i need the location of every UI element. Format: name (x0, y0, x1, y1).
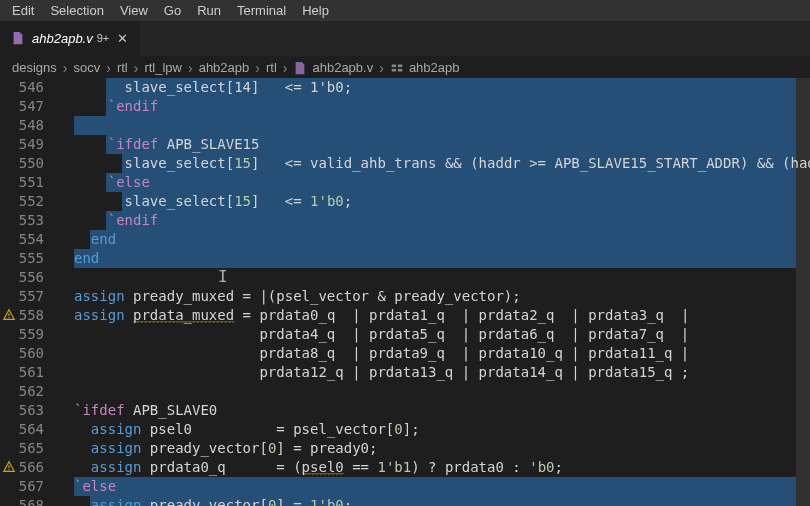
code-line[interactable] (74, 116, 810, 135)
code-line[interactable]: prdata12_q | prdata13_q | prdata14_q | p… (74, 363, 810, 382)
breadcrumb-segment[interactable]: designs (12, 60, 57, 75)
breadcrumb-segment[interactable]: ahb2apb.v (312, 60, 373, 75)
menu-go[interactable]: Go (156, 1, 189, 20)
svg-rect-6 (8, 465, 9, 468)
code-line[interactable]: I (74, 268, 810, 287)
line-number: 563 (0, 401, 62, 420)
line-number: 551 (0, 173, 62, 192)
symbol-icon (390, 59, 407, 75)
chevron-right-icon: › (251, 60, 264, 76)
code-line[interactable]: end (74, 230, 810, 249)
menu-bar: EditSelectionViewGoRunTerminalHelp (0, 0, 810, 21)
line-number: 548 (0, 116, 62, 135)
code-line[interactable]: `else (74, 477, 810, 496)
code-line[interactable]: assign psel0 = psel_vector[0]; (74, 420, 810, 439)
line-number: 567 (0, 477, 62, 496)
svg-rect-4 (8, 313, 9, 316)
line-number: 564 (0, 420, 62, 439)
svg-rect-5 (8, 317, 9, 318)
menu-help[interactable]: Help (294, 1, 337, 20)
svg-rect-7 (8, 469, 9, 470)
tab-title: ahb2apb.v (32, 31, 93, 46)
svg-rect-0 (392, 64, 396, 67)
code-line[interactable]: assign prdata_muxed = prdata0_q | prdata… (74, 306, 810, 325)
line-number: 555 (0, 249, 62, 268)
editor-tab[interactable]: ahb2apb.v 9+ ✕ (0, 21, 140, 56)
line-number: 561 (0, 363, 62, 382)
chevron-right-icon: › (279, 60, 292, 76)
breadcrumb-segment[interactable]: socv (73, 60, 100, 75)
line-number: 559 (0, 325, 62, 344)
code-area[interactable]: slave_select[14] <= 1'b0; `endif `ifdef … (66, 78, 810, 506)
code-line[interactable]: assign pready_muxed = |(psel_vector & pr… (74, 287, 810, 306)
code-line[interactable]: assign pready_vector[0] = 1'b0; (74, 496, 810, 506)
code-line[interactable]: `ifdef APB_SLAVE15 (74, 135, 810, 154)
menu-edit[interactable]: Edit (4, 1, 42, 20)
menu-run[interactable]: Run (189, 1, 229, 20)
code-line[interactable]: `else (74, 173, 810, 192)
code-line[interactable]: assign pready_vector[0] = pready0; (74, 439, 810, 458)
code-line[interactable]: end (74, 249, 810, 268)
line-gutter: 5465475485495505515525535545555565575585… (0, 78, 66, 506)
line-number: 568 (0, 496, 62, 506)
line-number: 552 (0, 192, 62, 211)
line-number: 562 (0, 382, 62, 401)
line-number: 554 (0, 230, 62, 249)
code-line[interactable]: slave_select[15] <= 1'b0; (74, 192, 810, 211)
code-line[interactable]: prdata4_q | prdata5_q | prdata6_q | prda… (74, 325, 810, 344)
breadcrumb-segment[interactable]: ahb2apb (199, 60, 250, 75)
code-editor[interactable]: 5465475485495505515525535545555565575585… (0, 78, 810, 506)
line-number: 553 (0, 211, 62, 230)
code-line[interactable]: assign prdata0_q = (psel0 == 1'b1) ? prd… (74, 458, 810, 477)
chevron-right-icon: › (102, 60, 115, 76)
breadcrumb-segment[interactable]: rtl (266, 60, 277, 75)
breadcrumb[interactable]: designs›socv›rtl›rtl_lpw›ahb2apb›rtl›ahb… (0, 56, 810, 78)
line-number: 566 (0, 458, 62, 477)
line-number: 558 (0, 306, 62, 325)
code-line[interactable]: `endif (74, 97, 810, 116)
line-number: 557 (0, 287, 62, 306)
svg-rect-1 (398, 64, 402, 67)
line-number: 565 (0, 439, 62, 458)
line-number: 550 (0, 154, 62, 173)
code-line[interactable]: prdata8_q | prdata9_q | prdata10_q | prd… (74, 344, 810, 363)
tab-bar: ahb2apb.v 9+ ✕ (0, 21, 810, 56)
breadcrumb-segment[interactable]: rtl (117, 60, 128, 75)
tab-modified-indicator: 9+ (97, 32, 110, 44)
line-number: 546 (0, 78, 62, 97)
code-line[interactable]: `endif (74, 211, 810, 230)
close-icon[interactable]: ✕ (115, 31, 130, 46)
breadcrumb-segment[interactable]: ahb2apb (409, 60, 460, 75)
code-line[interactable]: slave_select[14] <= 1'b0; (74, 78, 810, 97)
line-number: 560 (0, 344, 62, 363)
code-line[interactable] (74, 382, 810, 401)
line-number: 547 (0, 97, 62, 116)
menu-terminal[interactable]: Terminal (229, 1, 294, 20)
code-line[interactable]: slave_select[15] <= valid_ahb_trans && (… (74, 154, 810, 173)
menu-view[interactable]: View (112, 1, 156, 20)
minimap[interactable] (796, 78, 810, 506)
file-icon (10, 30, 26, 46)
svg-rect-3 (398, 69, 402, 72)
chevron-right-icon: › (375, 60, 388, 76)
chevron-right-icon: › (59, 60, 72, 76)
file-icon (293, 59, 310, 75)
line-number: 556 (0, 268, 62, 287)
chevron-right-icon: › (130, 60, 143, 76)
code-line[interactable]: `ifdef APB_SLAVE0 (74, 401, 810, 420)
svg-rect-2 (392, 69, 396, 72)
menu-selection[interactable]: Selection (42, 1, 111, 20)
chevron-right-icon: › (184, 60, 197, 76)
text-cursor: I (218, 267, 228, 286)
line-number: 549 (0, 135, 62, 154)
breadcrumb-segment[interactable]: rtl_lpw (144, 60, 182, 75)
